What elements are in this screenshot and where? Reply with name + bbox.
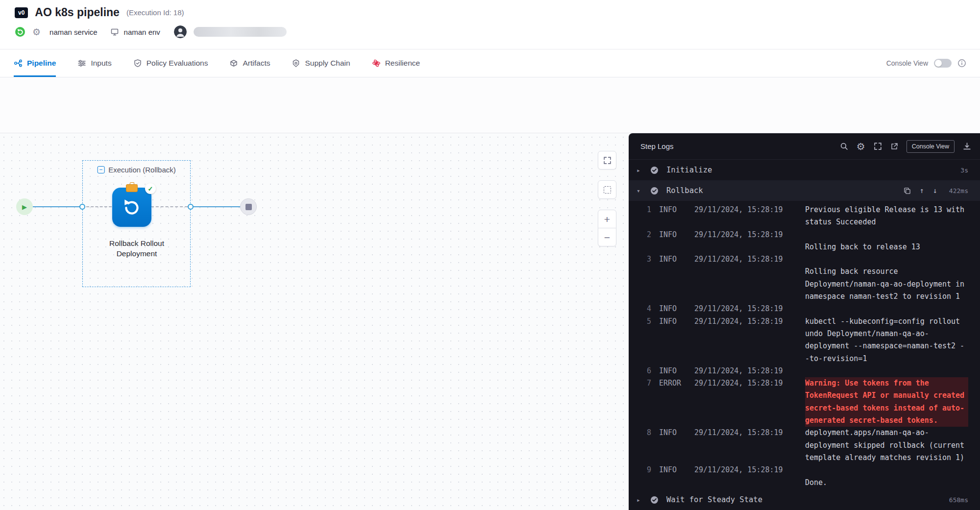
log-message: Previous eligible Release is 13 with sta… [805, 204, 968, 229]
log-line-error: 7 ERROR 29/11/2024, 15:28:19 Warning: Us… [638, 377, 968, 427]
toolbox-icon [126, 184, 138, 192]
log-line: 6 INFO 29/11/2024, 15:28:19 [638, 365, 968, 377]
log-timestamp: 29/11/2024, 15:28:19 [694, 303, 805, 315]
log-search-icon[interactable] [840, 142, 848, 150]
log-timestamp: 29/11/2024, 15:28:19 [694, 377, 805, 389]
section-duration: 3s [960, 167, 968, 174]
pipeline-title: AO k8s pipeline [35, 6, 120, 19]
log-level: INFO [659, 253, 694, 266]
log-line: 5 INFO 29/11/2024, 15:28:19 kubectl --ku… [638, 316, 968, 365]
log-level: ERROR [659, 377, 694, 389]
cube-icon [229, 59, 238, 68]
log-timestamp: 29/11/2024, 15:28:19 [694, 229, 805, 241]
section-name: Initialize [666, 166, 712, 174]
log-line: 9 INFO 29/11/2024, 15:28:19 Done. [638, 464, 968, 489]
log-message: Warning: Use tokens from the TokenReques… [805, 377, 968, 427]
section-duration: 658ms [949, 496, 968, 504]
resilience-icon [372, 59, 381, 68]
log-level: INFO [659, 316, 694, 328]
execution-id: (Execution Id: 18) [126, 8, 184, 17]
step-label: Rollback Rollout Deployment [98, 238, 176, 259]
gear-icon[interactable]: ⚙ [32, 26, 41, 38]
canvas-fullscreen-button[interactable] [598, 151, 616, 170]
scroll-up-icon[interactable]: ↑ [920, 186, 924, 195]
copy-logs-icon[interactable] [904, 187, 911, 194]
log-line: 2 INFO 29/11/2024, 15:28:19 Rolling back… [638, 229, 968, 254]
shield-check-icon [133, 59, 142, 68]
log-level: INFO [659, 303, 694, 315]
header: v0 AO k8s pipeline (Execution Id: 18) ⚙ … [0, 0, 980, 49]
cd-module-icon [15, 26, 25, 37]
tab-label: Supply Chain [305, 59, 350, 68]
zoom-in-button[interactable]: + [598, 210, 616, 228]
logs-panel-header: Step Logs ⚙ Console View [629, 133, 980, 160]
tab-policy-evaluations[interactable]: Policy Evaluations [133, 49, 208, 77]
log-level: INFO [659, 365, 694, 377]
success-check-icon [650, 496, 659, 504]
connector-dot-right [188, 204, 194, 210]
log-timestamp: 29/11/2024, 15:28:19 [694, 253, 805, 266]
log-message: Rolling back resource Deployment/naman-q… [805, 253, 968, 303]
tab-artifacts[interactable]: Artifacts [229, 49, 270, 77]
tab-label: Artifacts [243, 59, 270, 68]
pipeline-icon [14, 59, 23, 68]
info-icon[interactable] [957, 59, 966, 68]
log-line-number: 1 [638, 204, 651, 216]
connector-dot-left [79, 204, 85, 210]
canvas-select-button[interactable] [598, 180, 616, 199]
tab-resilience[interactable]: Resilience [372, 49, 420, 77]
log-fullscreen-icon[interactable] [874, 142, 882, 150]
logs-panel-title: Step Logs [640, 142, 674, 150]
log-message: Done. [805, 464, 968, 489]
log-timestamp: 29/11/2024, 15:28:19 [694, 365, 805, 377]
log-line-number: 9 [638, 464, 651, 476]
log-output[interactable]: 1 INFO 29/11/2024, 15:28:19 Previous eli… [629, 201, 980, 489]
section-name: Rollback [666, 186, 703, 195]
log-line: 8 INFO 29/11/2024, 15:28:19 deployment.a… [638, 427, 968, 464]
tab-label: Policy Evaluations [147, 59, 208, 68]
version-badge[interactable]: v0 [15, 7, 28, 18]
step-success-badge: ✓ [145, 183, 156, 194]
open-external-icon[interactable] [890, 143, 898, 150]
tab-label: Inputs [91, 59, 111, 68]
page-root: v0 AO k8s pipeline (Execution Id: 18) ⚙ … [0, 0, 980, 510]
execution-group-box: − Execution (Rollback) ✓ Rollback Rollou… [82, 160, 191, 287]
start-node: ▶ [16, 198, 33, 215]
scroll-down-icon[interactable]: ↓ [933, 186, 937, 195]
header-env-name: naman env [124, 28, 160, 36]
avatar [174, 25, 187, 38]
collapse-group-icon[interactable]: − [97, 166, 104, 173]
chevron-down-icon[interactable]: ▾ [637, 187, 647, 194]
log-timestamp: 29/11/2024, 15:28:19 [694, 464, 805, 476]
log-section-rollback[interactable]: ▾ Rollback ↑ ↓ 422ms [629, 180, 980, 201]
rollback-arrow-icon [122, 197, 142, 218]
end-node [240, 198, 257, 215]
rollback-step-node[interactable]: ✓ [112, 188, 151, 227]
log-level: INFO [659, 229, 694, 241]
log-section-initialize[interactable]: ▸ Initialize 3s [629, 160, 980, 180]
pipeline-canvas[interactable]: ▶ − Execution (Rollback) ✓ Rollback Roll… [0, 133, 629, 510]
edge-group-to-end [194, 206, 240, 207]
log-level: INFO [659, 204, 694, 216]
environment-icon [110, 27, 119, 36]
success-check-icon [650, 187, 659, 195]
tab-label: Resilience [385, 59, 420, 68]
log-line-number: 5 [638, 316, 651, 328]
tab-bar: Pipeline Inputs Policy Evaluations Artif… [0, 49, 980, 77]
console-view-button[interactable]: Console View [906, 140, 955, 153]
log-settings-icon[interactable]: ⚙ [857, 141, 865, 152]
download-logs-icon[interactable] [963, 142, 971, 150]
chevron-right-icon[interactable]: ▸ [637, 167, 647, 174]
tab-supply-chain[interactable]: Supply Chain [292, 49, 350, 77]
log-timestamp: 29/11/2024, 15:28:19 [694, 427, 805, 439]
log-section-wait-steady-state[interactable]: ▸ Wait for Steady State 658ms [629, 489, 980, 510]
supply-chain-icon [292, 59, 300, 68]
chevron-right-icon[interactable]: ▸ [637, 496, 647, 504]
zoom-out-button[interactable]: − [598, 228, 616, 246]
log-line: 1 INFO 29/11/2024, 15:28:19 Previous eli… [638, 204, 968, 229]
tab-pipeline[interactable]: Pipeline [14, 49, 56, 77]
log-line-number: 7 [638, 377, 651, 389]
tab-inputs[interactable]: Inputs [77, 49, 111, 77]
section-duration: 422ms [949, 187, 968, 194]
console-view-toggle[interactable] [934, 59, 952, 68]
